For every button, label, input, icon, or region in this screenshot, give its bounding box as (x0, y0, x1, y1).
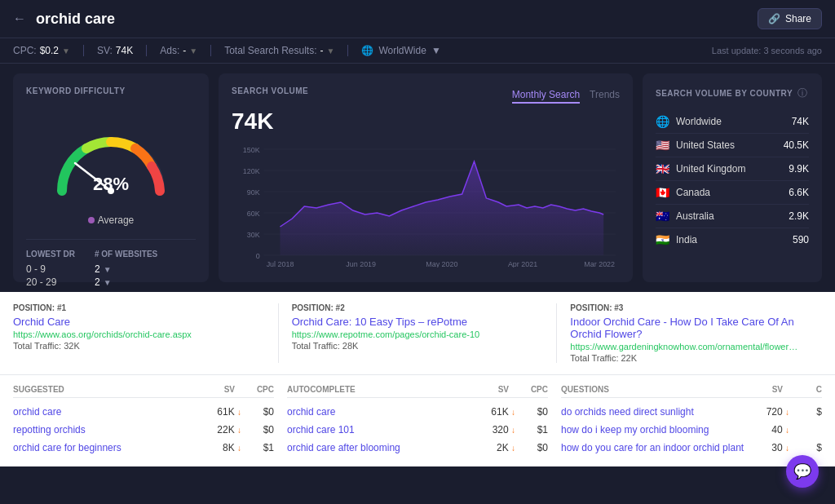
position-label: POSITION: #1 (13, 303, 265, 312)
cpc-meta: CPC: $0.2 ▼ (13, 45, 70, 56)
dr-row: 20 - 29 (26, 276, 75, 288)
separator (146, 45, 147, 56)
country-value: 2.9K (789, 210, 809, 222)
position-traffic: Total Traffic: 32K (13, 341, 265, 351)
suggested-cpc-col: CPC (241, 385, 274, 394)
keyword-row: repotting orchids 22K ↓ $0 (13, 421, 274, 439)
position-url[interactable]: https://www.repotme.com/pages/orchid-car… (292, 329, 520, 339)
country-rows: 🌐 Worldwide 74K 🇺🇸 United States 40.5K 🇬… (656, 110, 809, 251)
keyword-sv: 320 ↓ (475, 424, 515, 435)
country-row[interactable]: 🇺🇸 United States 40.5K (656, 134, 809, 157)
top-section: KEYWORD DIFFICULTY 28% (0, 64, 835, 292)
autocomplete-cpc-col: CPC (515, 385, 548, 394)
position-traffic: Total Traffic: 28K (292, 341, 544, 351)
autocomplete-rows: orchid care 61K ↓ $0 orchid care 101 320… (287, 403, 548, 457)
position-title[interactable]: Indoor Orchid Care - How Do I Take Care … (570, 316, 822, 340)
country-name: United Kingdom (676, 163, 745, 175)
suggested-headers: SUGGESTED SV CPC (13, 385, 274, 398)
keyword-sv: 8K ↓ (201, 442, 241, 453)
country-value: 40.5K (784, 139, 809, 151)
tab-monthly-search[interactable]: Monthly Search (512, 89, 580, 104)
sv-big-number: 74K (232, 108, 620, 135)
separator (83, 45, 84, 56)
avg-badge: Average (26, 214, 196, 226)
country-row[interactable]: 🇮🇳 India 590 (656, 228, 809, 251)
keyword-name[interactable]: orchid care for beginners (13, 442, 201, 453)
position-col: POSITION: #1 Orchid Care https://www.aos… (13, 303, 279, 363)
keyword-cpc: $ (789, 406, 822, 418)
back-button[interactable]: ← (13, 11, 26, 26)
questions-rows: do orchids need direct sunlight 720 ↓ $ … (561, 403, 822, 457)
websites-label: # OF WEBSITES (95, 250, 157, 259)
keyword-name[interactable]: do orchids need direct sunlight (561, 406, 749, 418)
search-volume-card: SEARCH VOLUME Monthly Search Trends 74K … (219, 73, 633, 282)
country-row[interactable]: 🇬🇧 United Kingdom 9.9K (656, 157, 809, 181)
page-title: orchid care (36, 11, 115, 28)
questions-label: QUESTIONS (561, 385, 609, 394)
country-row[interactable]: 🇨🇦 Canada 6.6K (656, 181, 809, 205)
separator (210, 45, 211, 56)
country-name: United States (676, 139, 735, 151)
autocomplete-sv-col: SV (468, 385, 509, 394)
keyword-row: orchid care 101 320 ↓ $1 (287, 421, 548, 439)
country-value: 6.6K (789, 187, 809, 198)
globe-icon: 🌐 (361, 45, 373, 56)
keyword-name[interactable]: orchid care 101 (287, 424, 475, 435)
header: ← orchid care 🔗 Share (0, 0, 835, 38)
suggested-table: SUGGESTED SV CPC orchid care 61K ↓ $0 re… (13, 385, 274, 457)
svg-text:Jun 2019: Jun 2019 (346, 260, 376, 267)
keyword-name[interactable]: how do you care for an indoor orchid pla… (561, 442, 749, 453)
keyword-name[interactable]: orchid care (287, 406, 475, 418)
keyword-cpc: $1 (241, 442, 274, 453)
keyword-row: orchid care after blooming 2K ↓ $0 (287, 439, 548, 457)
country-volume-label: SEARCH VOLUME BY COUNTRY (656, 89, 793, 98)
keyword-name[interactable]: repotting orchids (13, 424, 201, 435)
info-icon: ⓘ (797, 86, 807, 100)
svg-text:60K: 60K (247, 210, 260, 218)
position-url[interactable]: https://www.gardeningknowhow.com/ornamen… (570, 342, 798, 351)
suggested-label: SUGGESTED (13, 385, 64, 394)
keyword-sv: 22K ↓ (201, 424, 241, 435)
keyword-name[interactable]: how do i keep my orchid blooming (561, 424, 749, 435)
share-button[interactable]: 🔗 Share (758, 8, 822, 29)
questions-headers: QUESTIONS SV C (561, 385, 822, 398)
position-title[interactable]: Orchid Care (13, 316, 265, 328)
positions-row: POSITION: #1 Orchid Care https://www.aos… (0, 292, 835, 375)
flag-icon: 🇦🇺 (656, 210, 669, 223)
country-header: SEARCH VOLUME BY COUNTRY ⓘ (656, 86, 809, 100)
separator (347, 45, 348, 56)
tab-trends[interactable]: Trends (590, 89, 620, 104)
sv-tabs: Monthly Search Trends (512, 89, 620, 104)
flag-icon: 🇺🇸 (656, 139, 669, 152)
keyword-cpc: $0 (241, 424, 274, 435)
country-value: 590 (793, 234, 809, 245)
country-volume-card: SEARCH VOLUME BY COUNTRY ⓘ 🌐 Worldwide 7… (643, 73, 822, 282)
svg-text:90K: 90K (247, 188, 260, 197)
position-url[interactable]: https://www.aos.org/orchids/orchid-care.… (13, 329, 241, 339)
position-title[interactable]: Orchid Care: 10 Easy Tips – rePotme (292, 316, 544, 328)
position-col: POSITION: #2 Orchid Care: 10 Easy Tips –… (292, 303, 558, 363)
autocomplete-headers: AUTOCOMPLETE SV CPC (287, 385, 548, 398)
worldwide-badge[interactable]: 🌐 WorldWide ▼ (361, 45, 440, 56)
websites-col: # OF WEBSITES 2 ▼ 2 ▼ (95, 250, 157, 290)
chat-button[interactable]: 💬 (786, 455, 819, 488)
keyword-name[interactable]: orchid care (13, 406, 201, 418)
position-label: POSITION: #3 (570, 303, 822, 312)
total-meta: Total Search Results: - ▼ (224, 45, 334, 56)
questions-cpc-col: C (789, 385, 822, 394)
keyword-sv: 61K ↓ (201, 406, 241, 418)
autocomplete-label: AUTOCOMPLETE (287, 385, 356, 394)
keyword-sv: 720 ↓ (749, 406, 789, 418)
keyword-cpc: $0 (515, 442, 548, 453)
position-col: POSITION: #3 Indoor Orchid Care - How Do… (570, 303, 822, 363)
tables-row: SUGGESTED SV CPC orchid care 61K ↓ $0 re… (0, 375, 835, 466)
lowest-dr-label: LOWEST DR (26, 250, 75, 259)
bottom-section: POSITION: #1 Orchid Care https://www.aos… (0, 292, 835, 466)
keyword-row: how do you care for an indoor orchid pla… (561, 439, 822, 457)
keyword-sv: 61K ↓ (475, 406, 515, 418)
keyword-name[interactable]: orchid care after blooming (287, 442, 475, 453)
country-row[interactable]: 🇦🇺 Australia 2.9K (656, 205, 809, 228)
share-icon: 🔗 (768, 13, 780, 24)
svg-text:Apr 2021: Apr 2021 (508, 260, 537, 267)
country-row[interactable]: 🌐 Worldwide 74K (656, 110, 809, 134)
